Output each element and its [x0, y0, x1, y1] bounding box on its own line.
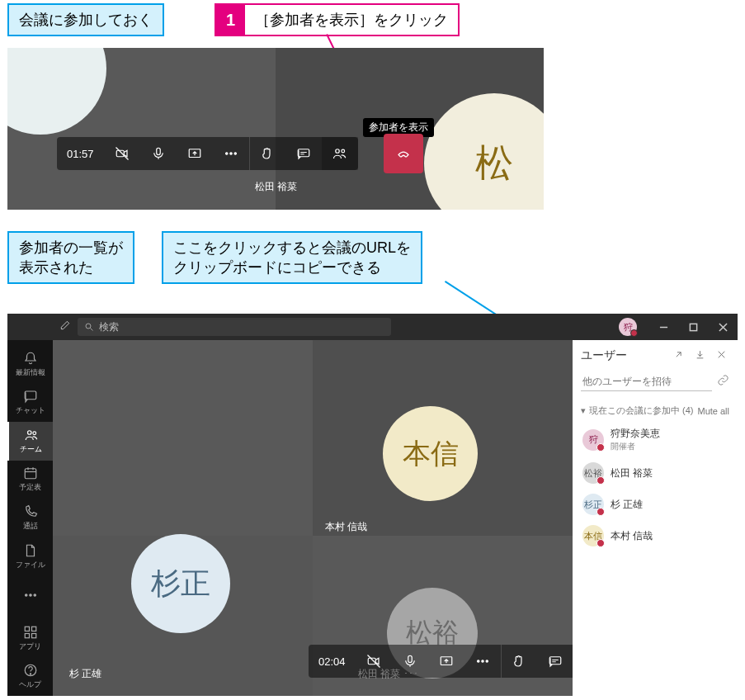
participants-section-header[interactable]: ▾ 現在この会議に参加中 (4) Mute all [573, 401, 738, 420]
participants-panel-header: ユーザー [573, 340, 738, 368]
raise-hand-button[interactable] [249, 137, 285, 170]
step-number: 1 [216, 5, 245, 35]
step-text: ［参加者を表示］をクリック [245, 5, 458, 35]
svg-rect-27 [31, 627, 35, 631]
chat-button[interactable] [285, 137, 322, 170]
caption-sugi: 杉 正雄 [69, 667, 101, 681]
hang-up-button[interactable] [384, 134, 423, 173]
svg-rect-29 [31, 633, 35, 637]
svg-point-36 [477, 660, 479, 662]
avatar-left [7, 48, 106, 135]
avatar-sugi: 杉正 [131, 534, 230, 633]
rail-calendar[interactable]: 予定表 [7, 461, 53, 499]
participant-name: 杉 正雄 [611, 498, 643, 512]
svg-point-6 [234, 153, 236, 154]
show-participants-button[interactable] [322, 137, 358, 170]
rail-files[interactable]: ファイル [7, 537, 53, 576]
svg-point-25 [34, 594, 35, 595]
svg-rect-7 [298, 149, 309, 157]
rail-label: ヘルプ [19, 679, 41, 690]
participants-list: 狩狩野奈美恵開催者松裕松田 裕菜杉正杉 正雄本信本村 信哉 [573, 420, 738, 553]
compose-icon[interactable] [53, 319, 78, 334]
svg-rect-34 [408, 655, 412, 662]
participant-avatar: 狩 [582, 429, 604, 451]
section-label: 現在この会議に参加中 (4) [589, 404, 694, 417]
rail-apps[interactable]: アプリ [7, 619, 53, 658]
svg-point-17 [27, 431, 31, 435]
svg-rect-16 [25, 391, 36, 400]
svg-point-9 [341, 149, 344, 153]
participant-name: 本村 信哉 [611, 529, 653, 543]
search-input[interactable]: 検索 [78, 318, 391, 336]
annotation-precondition: 会議に参加しておく [7, 3, 164, 36]
participant-caption: 松田 裕菜 [255, 180, 297, 194]
participant-item[interactable]: 杉正杉 正雄 [576, 489, 734, 520]
window-maximize-button[interactable] [678, 314, 708, 340]
participant-item[interactable]: 本信本村 信哉 [576, 520, 734, 551]
svg-rect-39 [549, 657, 561, 665]
rail-calls[interactable]: 通話 [7, 499, 53, 537]
participants-panel-title: ユーザー [581, 348, 627, 363]
svg-rect-28 [25, 633, 29, 637]
camera-toggle-button[interactable] [104, 137, 140, 170]
participant-avatar: 杉正 [582, 494, 604, 515]
mute-all-button[interactable]: Mute all [697, 406, 729, 416]
raise-hand-button-2[interactable] [501, 645, 537, 678]
teams-window: 検索 狩 最新情報 チャット チーム 予定表 通話 ファイル アプリ ヘルプ 杉… [7, 314, 738, 696]
rail-teams[interactable]: チーム [7, 422, 53, 461]
svg-rect-26 [25, 627, 29, 631]
meeting-panel-top: 松 参加者を表示 01:57 松田 裕菜 [7, 48, 544, 210]
participant-item[interactable]: 狩狩野奈美恵開催者 [576, 422, 734, 457]
share-screen-button[interactable] [177, 137, 213, 170]
more-actions-button[interactable] [213, 137, 249, 170]
window-minimize-button[interactable] [648, 314, 678, 340]
svg-line-33 [367, 655, 380, 668]
participant-name: 松田 裕菜 [611, 466, 653, 480]
participants-panel: ユーザー ▾ 現在この会議に参加中 (4) Mute all 狩狩野奈美恵開催者… [573, 340, 738, 696]
svg-point-8 [335, 149, 339, 154]
participant-avatar: 本信 [582, 525, 604, 546]
svg-point-18 [32, 432, 35, 435]
svg-rect-19 [25, 469, 36, 479]
rail-label: 最新情報 [16, 367, 45, 378]
participant-role: 開催者 [611, 441, 660, 452]
participant-avatar: 松裕 [582, 462, 604, 484]
share-screen-button-2[interactable] [428, 645, 464, 678]
close-panel-icon[interactable] [713, 349, 729, 362]
download-icon[interactable] [691, 349, 708, 362]
svg-point-37 [481, 660, 483, 662]
svg-point-5 [229, 153, 231, 154]
rail-label: チーム [20, 444, 42, 455]
chat-button-2[interactable] [537, 645, 573, 678]
caption-motomura: 本村 信哉 [325, 520, 367, 534]
svg-point-4 [225, 153, 227, 154]
rail-help[interactable]: ヘルプ [7, 658, 53, 697]
search-placeholder: 検索 [99, 320, 119, 334]
more-actions-button-2[interactable] [464, 645, 501, 678]
mic-toggle-button[interactable] [140, 137, 177, 170]
call-duration: 01:57 [57, 148, 104, 160]
copy-link-icon[interactable] [717, 374, 729, 389]
participant-name: 狩野奈美恵 [611, 427, 660, 441]
svg-point-31 [30, 674, 31, 674]
avatar-motomura: 本信 [383, 406, 478, 501]
svg-rect-2 [156, 148, 160, 154]
annotation-result: 参加者の一覧が 表示された [7, 231, 134, 284]
rail-label: ファイル [16, 560, 45, 570]
annotation-hint: ここをクリックすると会議のURLを クリップボードにコピーできる [162, 231, 422, 284]
mic-toggle-button-2[interactable] [392, 645, 428, 678]
rail-activity[interactable]: 最新情報 [7, 345, 53, 384]
invite-input[interactable] [581, 371, 712, 391]
rail-chat[interactable]: チャット [7, 384, 53, 423]
rail-label: 通話 [23, 521, 38, 532]
participant-item[interactable]: 松裕松田 裕菜 [576, 457, 734, 489]
rail-more[interactable] [7, 575, 53, 614]
titlebar: 検索 狩 [7, 314, 738, 340]
profile-avatar[interactable]: 狩 [619, 318, 637, 336]
svg-point-10 [86, 324, 91, 329]
camera-toggle-button-2[interactable] [356, 645, 392, 678]
popout-icon[interactable] [670, 349, 686, 362]
window-close-button[interactable] [708, 314, 738, 340]
meeting-stage: 杉正 本信 松裕 杉 正雄 本村 信哉 松田 裕菜 ･･･ 02:04 [53, 340, 573, 696]
svg-line-11 [91, 329, 93, 331]
